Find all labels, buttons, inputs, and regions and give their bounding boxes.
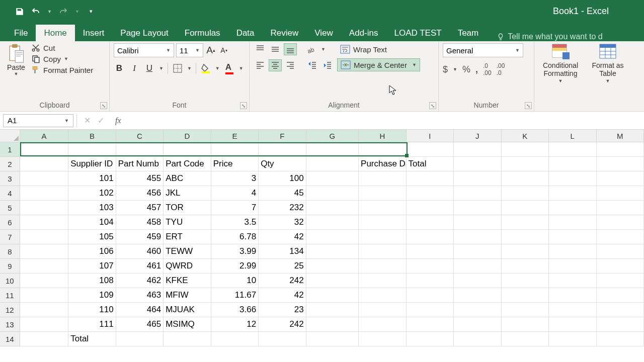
cell-I5[interactable] xyxy=(407,201,454,215)
cell-H12[interactable] xyxy=(359,303,406,317)
cell-B14[interactable]: Total xyxy=(68,332,116,346)
cell-B12[interactable]: 110 xyxy=(68,303,116,317)
cell-G14[interactable] xyxy=(306,332,359,346)
cell-C6[interactable]: 458 xyxy=(116,215,164,230)
tab-formulas[interactable]: Formulas xyxy=(177,25,228,41)
cell-A2[interactable] xyxy=(20,157,68,171)
cell-J11[interactable] xyxy=(454,288,501,303)
format-as-table-button[interactable]: Format as Table▼ xyxy=(586,43,630,83)
cell-L4[interactable] xyxy=(549,186,596,201)
cell-G10[interactable] xyxy=(306,274,359,288)
decrease-decimal-icon[interactable]: .00.0 xyxy=(497,62,505,76)
cell-E14[interactable] xyxy=(211,332,259,346)
cell-D14[interactable] xyxy=(164,332,211,346)
cell-M5[interactable] xyxy=(597,201,644,215)
cell-L6[interactable] xyxy=(549,215,596,230)
cell-A7[interactable] xyxy=(20,230,68,244)
col-header-A[interactable]: A xyxy=(20,130,68,142)
cell-B7[interactable]: 105 xyxy=(68,230,116,244)
tab-file[interactable]: File xyxy=(6,25,36,41)
tab-review[interactable]: Review xyxy=(263,25,307,41)
cell-G8[interactable] xyxy=(306,244,359,259)
cell-C12[interactable]: 464 xyxy=(116,303,164,317)
cell-D11[interactable]: MFIW xyxy=(164,288,211,303)
cell-L8[interactable] xyxy=(549,244,596,259)
cell-J14[interactable] xyxy=(454,332,501,346)
tab-data[interactable]: Data xyxy=(228,25,263,41)
cell-K5[interactable] xyxy=(502,201,549,215)
cell-I13[interactable] xyxy=(407,317,454,332)
comma-icon[interactable]: , xyxy=(475,64,478,75)
fill-color-icon[interactable] xyxy=(200,62,211,74)
cell-K12[interactable] xyxy=(502,303,549,317)
col-header-F[interactable]: F xyxy=(259,130,306,142)
cell-A6[interactable] xyxy=(20,215,68,230)
cell-M12[interactable] xyxy=(597,303,644,317)
percent-icon[interactable]: % xyxy=(462,64,470,75)
cell-B8[interactable]: 106 xyxy=(68,244,116,259)
cell-C8[interactable]: 460 xyxy=(116,244,164,259)
cell-C10[interactable]: 462 xyxy=(116,274,164,288)
underline-dropdown-icon[interactable]: ▼ xyxy=(159,66,164,71)
cell-F7[interactable]: 42 xyxy=(259,230,306,244)
worksheet[interactable]: ABCDEFGHIJKLM 12Supplier IDPart NumbPart… xyxy=(0,130,644,346)
cell-H3[interactable] xyxy=(359,171,406,186)
decrease-indent-icon[interactable] xyxy=(306,59,319,71)
cell-D3[interactable]: ABC xyxy=(164,171,211,186)
select-all-corner[interactable] xyxy=(0,130,20,142)
row-header-14[interactable]: 14 xyxy=(0,332,20,346)
cell-F11[interactable]: 42 xyxy=(259,288,306,303)
col-header-J[interactable]: J xyxy=(454,130,501,142)
merge-center-button[interactable]: Merge & Center ▼ xyxy=(337,58,420,71)
cell-M4[interactable] xyxy=(597,186,644,201)
cell-D6[interactable]: TYU xyxy=(164,215,211,230)
cell-I1[interactable] xyxy=(407,142,454,157)
cell-G12[interactable] xyxy=(306,303,359,317)
borders-icon[interactable] xyxy=(172,62,183,74)
increase-indent-icon[interactable] xyxy=(321,59,334,71)
cell-F4[interactable]: 45 xyxy=(259,186,306,201)
cell-H7[interactable] xyxy=(359,230,406,244)
cell-K1[interactable] xyxy=(502,142,549,157)
cell-H4[interactable] xyxy=(359,186,406,201)
cell-A8[interactable] xyxy=(20,244,68,259)
increase-decimal-icon[interactable]: .0.00 xyxy=(483,62,492,76)
format-painter-button[interactable]: Format Painter xyxy=(31,65,93,74)
cell-B10[interactable]: 108 xyxy=(68,274,116,288)
col-header-D[interactable]: D xyxy=(164,130,211,142)
cell-L10[interactable] xyxy=(549,274,596,288)
row-header-13[interactable]: 13 xyxy=(0,317,20,332)
col-header-G[interactable]: G xyxy=(306,130,359,142)
cell-E11[interactable]: 11.67 xyxy=(211,288,259,303)
cell-G9[interactable] xyxy=(306,259,359,274)
cell-D9[interactable]: QWRD xyxy=(164,259,211,274)
cell-F5[interactable]: 232 xyxy=(259,201,306,215)
cell-F8[interactable]: 134 xyxy=(259,244,306,259)
cell-C2[interactable]: Part Numb xyxy=(116,157,164,171)
font-size-combo[interactable]: 11▼ xyxy=(176,43,203,57)
cell-I14[interactable] xyxy=(407,332,454,346)
cell-M6[interactable] xyxy=(597,215,644,230)
cell-M14[interactable] xyxy=(597,332,644,346)
font-color-icon[interactable]: A xyxy=(224,62,235,74)
col-header-C[interactable]: C xyxy=(116,130,164,142)
row-header-6[interactable]: 6 xyxy=(0,215,20,230)
row-header-12[interactable]: 12 xyxy=(0,303,20,317)
cell-G4[interactable] xyxy=(306,186,359,201)
cell-K4[interactable] xyxy=(502,186,549,201)
cell-C7[interactable]: 459 xyxy=(116,230,164,244)
cell-K13[interactable] xyxy=(502,317,549,332)
save-icon[interactable] xyxy=(15,7,24,16)
cell-I4[interactable] xyxy=(407,186,454,201)
cell-A13[interactable] xyxy=(20,317,68,332)
cell-H11[interactable] xyxy=(359,288,406,303)
cell-L1[interactable] xyxy=(549,142,596,157)
cell-A9[interactable] xyxy=(20,259,68,274)
cell-G6[interactable] xyxy=(306,215,359,230)
cell-I11[interactable] xyxy=(407,288,454,303)
cell-L7[interactable] xyxy=(549,230,596,244)
cell-J1[interactable] xyxy=(454,142,501,157)
row-header-1[interactable]: 1 xyxy=(0,142,20,157)
cell-M9[interactable] xyxy=(597,259,644,274)
cell-K3[interactable] xyxy=(502,171,549,186)
